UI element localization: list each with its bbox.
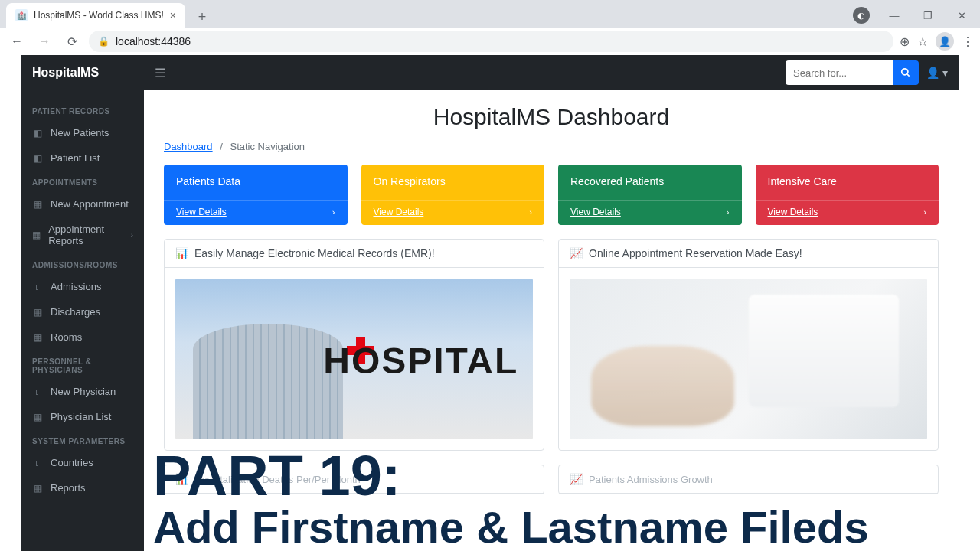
dashboard-icon: ◧ bbox=[32, 153, 43, 164]
chart-icon: ⫾ bbox=[32, 458, 43, 468]
table-icon: ▦ bbox=[32, 332, 43, 343]
tab-strip: 🏥 HospitalMS - World Class HMS! × + ◐ ― … bbox=[0, 0, 980, 28]
breadcrumb: Dashboard / Static Navigation bbox=[164, 141, 939, 152]
chevron-right-icon: › bbox=[727, 207, 730, 217]
address-row: ← → ⟳ 🔒 localhost:44386 ⊕ ☆ 👤 ⋮ bbox=[0, 28, 980, 55]
minimize-button[interactable]: ― bbox=[879, 5, 910, 26]
breadcrumb-root[interactable]: Dashboard bbox=[164, 141, 213, 152]
svg-line-1 bbox=[907, 74, 910, 77]
search-icon bbox=[900, 67, 911, 78]
app-window: HospitalMS ☰ 👤 ▾ PATIENT RECORDS ◧New Pa… bbox=[21, 55, 959, 551]
view-details-link[interactable]: View Details bbox=[570, 207, 621, 217]
sidebar-item-new-physician[interactable]: ⫾New Physician bbox=[21, 379, 144, 404]
appointment-image bbox=[570, 279, 927, 439]
chart-bar-icon: 📈 bbox=[570, 473, 583, 485]
chart-bar-icon: 📈 bbox=[570, 247, 583, 259]
chart-panels-row: 📊Hospitalization Deaths Per/Per Month 📈P… bbox=[164, 465, 939, 494]
page-title: HospitalMS Dashboard bbox=[164, 104, 939, 130]
close-window-button[interactable]: ✕ bbox=[946, 5, 977, 26]
table-icon: ▦ bbox=[32, 412, 43, 422]
chevron-right-icon: › bbox=[332, 207, 335, 217]
main-content: HospitalMS Dashboard Dashboard / Static … bbox=[144, 90, 959, 551]
search-form bbox=[786, 60, 919, 85]
star-icon[interactable]: ☆ bbox=[917, 34, 928, 49]
view-details-link[interactable]: View Details bbox=[768, 207, 818, 217]
topbar: HospitalMS ☰ 👤 ▾ bbox=[21, 55, 959, 90]
card-intensive-care: Intensive Care View Details› bbox=[756, 165, 939, 225]
url-text: localhost:44386 bbox=[116, 35, 191, 47]
brand[interactable]: HospitalMS bbox=[32, 66, 155, 80]
sidebar-item-reports[interactable]: ▦Reports bbox=[21, 475, 144, 500]
sidebar-section-header: ADMISSIONS/ROOMS bbox=[21, 253, 144, 274]
table-icon: ▦ bbox=[32, 483, 43, 494]
search-button[interactable] bbox=[893, 60, 919, 85]
card-title: On Respirators bbox=[361, 165, 545, 200]
sidebar-item-discharges[interactable]: ▦Discharges bbox=[21, 299, 144, 324]
calendar-icon: ▦ bbox=[32, 230, 41, 240]
card-title: Recovered Patients bbox=[558, 165, 742, 200]
chart-icon: ⫾ bbox=[32, 282, 43, 292]
view-details-link[interactable]: View Details bbox=[176, 207, 227, 217]
breadcrumb-current: Static Navigation bbox=[230, 141, 305, 152]
panel-title: Easily Manage Electronic Medical Records… bbox=[194, 247, 435, 259]
dashboard-icon: ◧ bbox=[32, 128, 43, 139]
window-controls: ◐ ― ❐ ✕ bbox=[853, 3, 980, 28]
card-on-respirators: On Respirators View Details› bbox=[361, 165, 545, 225]
sidebar-item-physician-list[interactable]: ▦Physician List bbox=[21, 404, 144, 429]
sidebar-section-header: PATIENT RECORDS bbox=[21, 99, 144, 120]
chevron-down-icon: ▾ bbox=[942, 67, 948, 79]
chevron-right-icon: › bbox=[131, 231, 133, 240]
favicon-icon: 🏥 bbox=[15, 9, 28, 21]
user-dropdown[interactable]: 👤 ▾ bbox=[926, 67, 948, 79]
new-tab-button[interactable]: + bbox=[191, 6, 213, 28]
panel-deaths-chart: 📊Hospitalization Deaths Per/Per Month bbox=[164, 465, 544, 494]
panel-title: Online Appointment Reservation Made Easy… bbox=[589, 247, 802, 259]
sidebar-item-admissions[interactable]: ⫾Admissions bbox=[21, 274, 144, 299]
lock-icon: 🔒 bbox=[98, 36, 109, 47]
forward-button[interactable]: → bbox=[34, 31, 55, 52]
user-icon: 👤 bbox=[926, 67, 939, 79]
menu-icon[interactable]: ⋮ bbox=[962, 34, 974, 49]
sidebar-section-header: SYSTEM PARAMETERS bbox=[21, 429, 144, 450]
zoom-icon[interactable]: ⊕ bbox=[900, 34, 910, 49]
tab-title: HospitalMS - World Class HMS! bbox=[34, 10, 164, 21]
panel-emr: 📊Easily Manage Electronic Medical Record… bbox=[164, 239, 544, 451]
panel-title: Patients Admissions Growth bbox=[589, 474, 713, 485]
table-icon: ▦ bbox=[32, 307, 43, 318]
card-title: Patients Data bbox=[164, 165, 348, 200]
card-patients-data: Patients Data View Details› bbox=[164, 165, 348, 225]
extension-icon[interactable]: ◐ bbox=[853, 7, 870, 24]
view-details-link[interactable]: View Details bbox=[374, 207, 424, 217]
sidebar-item-patient-list[interactable]: ◧Patient List bbox=[21, 145, 144, 171]
sidebar-item-countries[interactable]: ⫾Countries bbox=[21, 450, 144, 475]
stat-cards-row: Patients Data View Details› On Respirato… bbox=[164, 165, 939, 225]
card-recovered-patients: Recovered Patients View Details› bbox=[558, 165, 742, 225]
search-input[interactable] bbox=[786, 60, 893, 85]
panel-appointment: 📈Online Appointment Reservation Made Eas… bbox=[558, 239, 939, 451]
chart-area-icon: 📊 bbox=[175, 247, 188, 259]
back-button[interactable]: ← bbox=[6, 31, 28, 52]
sidebar-item-new-patients[interactable]: ◧New Patients bbox=[21, 120, 144, 145]
profile-icon[interactable]: 👤 bbox=[936, 32, 954, 51]
chevron-right-icon: › bbox=[923, 207, 926, 217]
address-bar[interactable]: 🔒 localhost:44386 bbox=[89, 31, 893, 52]
close-icon[interactable]: × bbox=[170, 9, 176, 21]
card-title: Intensive Care bbox=[756, 165, 939, 200]
sidebar-section-header: PERSONNEL & PHYSICIANS bbox=[21, 350, 144, 379]
hamburger-icon[interactable]: ☰ bbox=[155, 66, 165, 80]
browser-tab[interactable]: 🏥 HospitalMS - World Class HMS! × bbox=[6, 3, 185, 28]
browser-chrome: 🏥 HospitalMS - World Class HMS! × + ◐ ― … bbox=[0, 0, 980, 55]
sidebar-item-rooms[interactable]: ▦Rooms bbox=[21, 324, 144, 350]
sidebar-section-header: APPOINTMENTS bbox=[21, 171, 144, 191]
hospital-sign-text: HOSPITAL bbox=[323, 340, 518, 382]
chevron-right-icon: › bbox=[529, 207, 532, 217]
calendar-icon: ▦ bbox=[32, 199, 43, 210]
panel-title: Hospitalization Deaths Per/Per Month bbox=[194, 474, 361, 485]
maximize-button[interactable]: ❐ bbox=[913, 5, 943, 26]
sidebar-item-appointment-reports[interactable]: ▦Appointment Reports› bbox=[21, 217, 144, 253]
sidebar-item-new-appointment[interactable]: ▦New Appointment bbox=[21, 191, 144, 217]
reload-button[interactable]: ⟳ bbox=[61, 31, 83, 52]
sidebar: PATIENT RECORDS ◧New Patients ◧Patient L… bbox=[21, 90, 144, 551]
hospital-image: HOSPITAL bbox=[175, 279, 533, 439]
info-panels-row: 📊Easily Manage Electronic Medical Record… bbox=[164, 239, 939, 451]
